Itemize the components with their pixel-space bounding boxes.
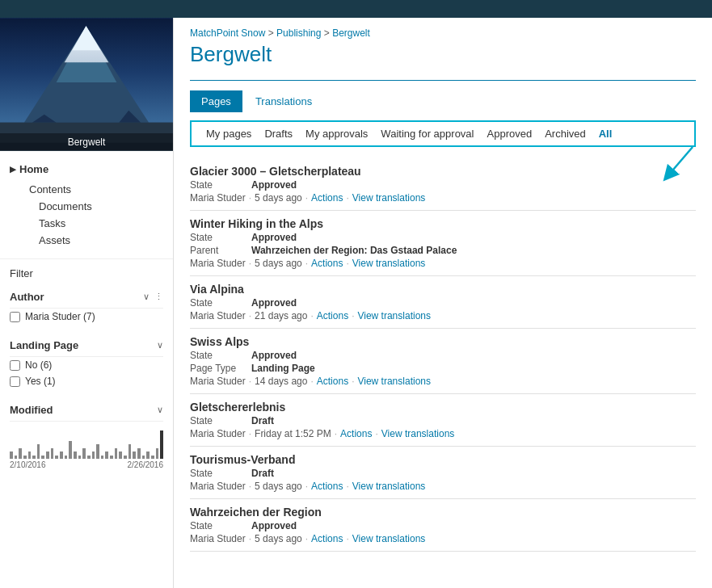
- page-time-2: 21 days ago: [255, 310, 307, 321]
- page-item: Winter Hiking in the AlpsStateApprovedPa…: [190, 211, 696, 276]
- page-view-translations-link-2[interactable]: View translations: [357, 310, 431, 321]
- page-view-translations-link-3[interactable]: View translations: [357, 376, 431, 387]
- chart-bar: [96, 444, 99, 459]
- page-actions-link-5[interactable]: Actions: [311, 481, 343, 492]
- landing-option-0: No (6): [10, 357, 163, 373]
- separator-icon: ·: [305, 481, 308, 492]
- page-actions-link-1[interactable]: Actions: [311, 258, 343, 269]
- page-meta-label-5-0: State: [190, 468, 238, 479]
- modified-section-controls: ∨: [157, 405, 163, 415]
- chart-bar: [60, 452, 63, 459]
- page-view-translations-link-6[interactable]: View translations: [352, 533, 426, 544]
- breadcrumb: MatchPoint Snow > Publishing > Bergwelt: [190, 27, 696, 39]
- filter-tab-all[interactable]: All: [592, 126, 619, 141]
- modified-section-header[interactable]: Modified ∨: [10, 399, 163, 422]
- sidebar-nav-assets[interactable]: Assets: [19, 232, 173, 249]
- separator-icon: ·: [352, 310, 354, 321]
- page-meta-row-3-1: Page TypeLanding Page: [190, 363, 696, 374]
- page-actions-link-3[interactable]: Actions: [317, 376, 348, 387]
- page-actions-link-4[interactable]: Actions: [340, 428, 372, 439]
- separator-icon: ·: [346, 533, 348, 544]
- page-actions-row-6: Maria Studer · 5 days ago · Actions · Vi…: [190, 533, 696, 544]
- page-view-translations-link-5[interactable]: View translations: [352, 481, 426, 492]
- chart-bar: [65, 456, 68, 459]
- sidebar-nav-documents[interactable]: Documents: [19, 198, 173, 215]
- chart-bar: [137, 448, 141, 459]
- page-view-translations-link-1[interactable]: View translations: [352, 258, 426, 269]
- chart-labels: 2/10/2016 2/26/2016: [10, 460, 163, 469]
- sidebar-nav-sub: Contents Documents Tasks Assets: [0, 179, 173, 250]
- chart-bar: [32, 456, 36, 459]
- sidebar-filter: Filter Author ∨ ⋮ Maria Studer (7): [0, 258, 173, 485]
- filter-tab-archived[interactable]: Archived: [538, 126, 592, 141]
- page-item: Swiss AlpsStateApprovedPage TypeLanding …: [190, 329, 696, 394]
- modified-section: Modified ∨ 2/10/2016 2/26/2016: [10, 399, 163, 467]
- page-actions-link-2[interactable]: Actions: [317, 310, 348, 321]
- page-time-0: 5 days ago: [255, 192, 302, 204]
- chart-bar: [101, 456, 104, 459]
- page-view-translations-link-4[interactable]: View translations: [381, 428, 455, 439]
- separator-icon: ·: [346, 192, 348, 204]
- page-author-6: Maria Studer: [190, 533, 246, 544]
- author-checkbox-0[interactable]: [10, 312, 20, 322]
- content-header: MatchPoint Snow > Publishing > Bergwelt …: [174, 18, 712, 80]
- chart-bar: [110, 456, 113, 459]
- page-meta-value-1-0: Approved: [251, 232, 297, 243]
- page-meta-value-3-0: Approved: [251, 350, 297, 361]
- separator-icon: ·: [375, 428, 377, 439]
- breadcrumb-matchpoint[interactable]: MatchPoint Snow: [190, 27, 265, 39]
- sidebar-nav-home[interactable]: ▶ Home: [0, 159, 173, 179]
- filter-tab-waiting[interactable]: Waiting for approval: [374, 126, 480, 141]
- page-actions-link-6[interactable]: Actions: [311, 533, 343, 544]
- chart-label-end: 2/26/2016: [128, 460, 164, 469]
- chart-bar: [142, 456, 145, 459]
- filter-tab-approved[interactable]: Approved: [481, 126, 539, 141]
- chart-bar: [146, 452, 150, 459]
- landing-page-section-header[interactable]: Landing Page ∨: [10, 334, 163, 357]
- page-item: Glacier 3000 – GletscherplateauStateAppr…: [190, 158, 696, 211]
- landing-checkbox-1[interactable]: [10, 376, 20, 387]
- separator-icon: ·: [310, 376, 313, 387]
- filter-tab-myapprovals[interactable]: My approvals: [299, 126, 374, 141]
- page-author-3: Maria Studer: [190, 376, 246, 387]
- chart-bar: [160, 430, 163, 459]
- chart-bar: [10, 452, 13, 459]
- filter-tab-drafts[interactable]: Drafts: [258, 126, 299, 141]
- page-meta-row-1-0: StateApproved: [190, 232, 696, 243]
- modified-chevron-icon: ∨: [157, 405, 163, 415]
- page-view-translations-link-0[interactable]: View translations: [352, 192, 426, 204]
- sidebar: Bergwelt ▶ Home Contents Documents Tasks…: [0, 18, 174, 588]
- page-actions-link-0[interactable]: Actions: [311, 192, 343, 204]
- separator-icon: ·: [305, 533, 308, 544]
- sidebar-nav-contents[interactable]: Contents: [19, 181, 173, 198]
- breadcrumb-publishing[interactable]: Publishing: [276, 27, 321, 39]
- page-title-4: Gletschererlebnis: [190, 401, 696, 414]
- chart-bar: [124, 456, 127, 459]
- page-time-3: 14 days ago: [255, 376, 307, 387]
- filter-tab-mypages[interactable]: My pages: [200, 126, 258, 141]
- page-meta-label-2-0: State: [190, 297, 238, 309]
- author-section-header[interactable]: Author ∨ ⋮: [10, 286, 163, 309]
- chart-bar: [69, 441, 72, 459]
- page-item: GletschererlebnisStateDraftMaria Studer …: [190, 394, 696, 447]
- chart-bar: [87, 456, 91, 459]
- author-section: Author ∨ ⋮ Maria Studer (7): [10, 286, 163, 325]
- page-time-1: 5 days ago: [255, 258, 302, 269]
- page-author-2: Maria Studer: [190, 310, 246, 321]
- landing-checkbox-0[interactable]: [10, 360, 20, 371]
- page-author-1: Maria Studer: [190, 258, 246, 269]
- top-bar: [0, 0, 712, 18]
- chart-bar: [37, 444, 40, 459]
- page-author-5: Maria Studer: [190, 481, 246, 492]
- page-meta-label-3-1: Page Type: [190, 363, 238, 374]
- page-title-2: Via Alpina: [190, 283, 696, 296]
- tab-translations[interactable]: Translations: [244, 90, 323, 112]
- landing-page-section-label: Landing Page: [10, 339, 78, 351]
- separator-icon: ·: [310, 310, 313, 321]
- page-item: Tourismus-VerbandStateDraftMaria Studer …: [190, 447, 696, 499]
- page-meta-row-5-0: StateDraft: [190, 468, 696, 479]
- sidebar-nav-tasks[interactable]: Tasks: [19, 215, 173, 232]
- separator-icon: ·: [249, 376, 251, 387]
- sidebar-nav: ▶ Home Contents Documents Tasks Assets: [0, 151, 173, 258]
- tab-pages[interactable]: Pages: [190, 90, 242, 112]
